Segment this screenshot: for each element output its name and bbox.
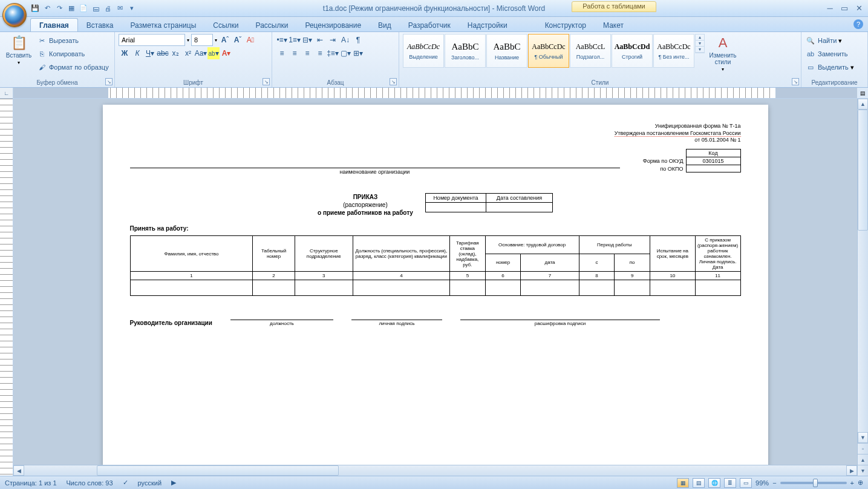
tab-pagelayout[interactable]: Разметка страницы	[122, 19, 204, 31]
save-icon[interactable]: 💾	[30, 4, 40, 13]
justify-icon[interactable]: ≡	[314, 47, 326, 59]
font-size-input[interactable]	[191, 34, 213, 46]
underline-icon[interactable]: Ч▾	[144, 47, 156, 59]
scroll-thumb[interactable]	[858, 110, 868, 231]
macro-icon[interactable]: ▶	[171, 479, 176, 487]
word-count[interactable]: Число слов: 93	[67, 479, 113, 487]
outdent-icon[interactable]: ⇤	[314, 34, 326, 46]
vertical-scrollbar[interactable]: ▲ ▼ ◦ ▴ ▾	[857, 99, 868, 476]
indent-icon[interactable]: ⇥	[327, 34, 339, 46]
scroll-left-icon[interactable]: ◀	[13, 465, 24, 476]
copy-button[interactable]: ⎘Копировать	[36, 47, 109, 61]
find-button[interactable]: 🔍Найти▾	[805, 34, 842, 47]
fullscreen-view[interactable]: ▤	[693, 478, 705, 488]
style-item[interactable]: AaBbCcDdСтрогий	[612, 34, 653, 68]
page-status[interactable]: Страница: 1 из 1	[5, 479, 57, 487]
zoom-fit-icon[interactable]: ⊕	[858, 479, 863, 487]
style-item[interactable]: AaBbCcDc¶ Без инте...	[653, 34, 694, 68]
redo-icon[interactable]: ↷	[54, 4, 64, 13]
tab-review[interactable]: Рецензирование	[296, 19, 370, 31]
shading-icon[interactable]: ▢▾	[339, 47, 351, 59]
clipboard-launcher[interactable]: ↘	[105, 78, 113, 85]
zoom-out-icon[interactable]: −	[772, 479, 776, 487]
tab-insert[interactable]: Вставка	[78, 19, 122, 31]
style-item[interactable]: AaBbCНазвание	[486, 34, 527, 68]
hscroll-thumb[interactable]	[97, 465, 339, 476]
next-page-icon[interactable]: ▾	[858, 465, 868, 476]
qat-icon[interactable]: 📄	[79, 4, 88, 13]
show-marks-icon[interactable]: ¶	[352, 34, 364, 46]
superscript-icon[interactable]: x²	[182, 47, 194, 59]
subscript-icon[interactable]: x₂	[169, 47, 181, 59]
tab-mailings[interactable]: Рассылки	[247, 19, 297, 31]
borders-icon[interactable]: ⊞▾	[352, 47, 364, 59]
qat-icon[interactable]: 🖴	[91, 4, 100, 13]
font-name-input[interactable]	[119, 34, 185, 46]
styles-launcher[interactable]: ↘	[792, 78, 799, 85]
prev-page-icon[interactable]: ▴	[858, 454, 868, 465]
document-area[interactable]: Унифицированная форма № Т-1а Утверждена …	[13, 99, 857, 476]
align-left-icon[interactable]: ≡	[276, 47, 288, 59]
tab-table-layout[interactable]: Макет	[595, 19, 632, 31]
document-page[interactable]: Унифицированная форма № Т-1а Утверждена …	[103, 105, 768, 476]
qat-icon[interactable]: ▦	[67, 4, 76, 13]
font-launcher[interactable]: ↘	[263, 78, 270, 85]
align-right-icon[interactable]: ≡	[301, 47, 313, 59]
shrink-font-icon[interactable]: Aˇ	[232, 34, 244, 46]
qat-icon[interactable]: ✉	[115, 4, 125, 13]
bullets-icon[interactable]: •≡▾	[276, 34, 288, 46]
ruler-toggle[interactable]: ▤	[857, 88, 868, 98]
clear-format-icon[interactable]: A⃠	[244, 34, 256, 46]
office-button[interactable]	[2, 3, 27, 27]
tab-addins[interactable]: Надстройки	[459, 19, 516, 31]
horizontal-ruler[interactable]	[13, 88, 857, 98]
style-item[interactable]: AaBbCЗаголово...	[445, 34, 486, 68]
change-case-icon[interactable]: Aa▾	[195, 47, 207, 59]
replace-button[interactable]: abЗаменить	[805, 47, 847, 61]
style-scroll[interactable]: ▴▾▾	[695, 34, 705, 53]
tab-references[interactable]: Ссылки	[204, 19, 247, 31]
paste-button[interactable]: 📋Вставить▾	[4, 34, 34, 67]
grow-font-icon[interactable]: Aˆ	[219, 34, 231, 46]
line-spacing-icon[interactable]: ‡≡▾	[327, 47, 339, 59]
style-item[interactable]: AaBbCcLПодзагол...	[570, 34, 611, 68]
help-icon[interactable]: ?	[853, 19, 863, 29]
zoom-in-icon[interactable]: +	[850, 479, 854, 487]
sort-icon[interactable]: A↓	[339, 34, 351, 46]
cut-button[interactable]: ✂Вырезать	[36, 34, 109, 47]
browse-object-icon[interactable]: ◦	[858, 443, 868, 454]
print-layout-view[interactable]: ▦	[677, 478, 689, 488]
select-button[interactable]: ▭Выделить▾	[805, 61, 854, 74]
horizontal-scrollbar[interactable]: ◀ ▶	[13, 465, 857, 476]
qat-more-icon[interactable]: ▾	[127, 4, 137, 13]
close-button[interactable]: ✕	[852, 4, 866, 13]
undo-icon[interactable]: ↶	[42, 4, 52, 13]
scroll-up-icon[interactable]: ▲	[858, 99, 868, 110]
paragraph-launcher[interactable]: ↘	[390, 78, 397, 85]
qat-icon[interactable]: 🖨	[103, 4, 113, 13]
font-color-icon[interactable]: A▾	[220, 47, 232, 59]
align-center-icon[interactable]: ≡	[289, 47, 301, 59]
outline-view[interactable]: ≣	[724, 478, 736, 488]
style-item[interactable]: AaBbCcDc¶ Обычный	[528, 34, 569, 68]
vertical-ruler[interactable]	[0, 99, 13, 476]
tab-developer[interactable]: Разработчик	[400, 19, 459, 31]
strike-icon[interactable]: abc	[157, 47, 169, 59]
tab-home[interactable]: Главная	[30, 18, 78, 31]
spellcheck-icon[interactable]: ✓	[123, 479, 128, 487]
scroll-down-icon[interactable]: ▼	[858, 432, 868, 443]
language-status[interactable]: русский	[138, 479, 162, 487]
bold-icon[interactable]: Ж	[119, 47, 131, 59]
zoom-value[interactable]: 99%	[755, 479, 769, 487]
highlight-icon[interactable]: ab▾	[207, 47, 220, 59]
format-painter-button[interactable]: 🖌Формат по образцу	[36, 61, 109, 74]
numbering-icon[interactable]: 1≡▾	[289, 34, 301, 46]
zoom-slider[interactable]	[780, 482, 847, 484]
tab-table-design[interactable]: Конструктор	[537, 19, 595, 31]
tab-selector[interactable]: ∟	[0, 88, 13, 99]
change-styles-button[interactable]: AИзменить стили▾	[705, 34, 741, 73]
minimize-button[interactable]: ─	[823, 4, 837, 13]
scroll-right-icon[interactable]: ▶	[846, 465, 857, 476]
restore-button[interactable]: ▭	[838, 4, 851, 13]
web-view[interactable]: 🌐	[708, 478, 720, 488]
